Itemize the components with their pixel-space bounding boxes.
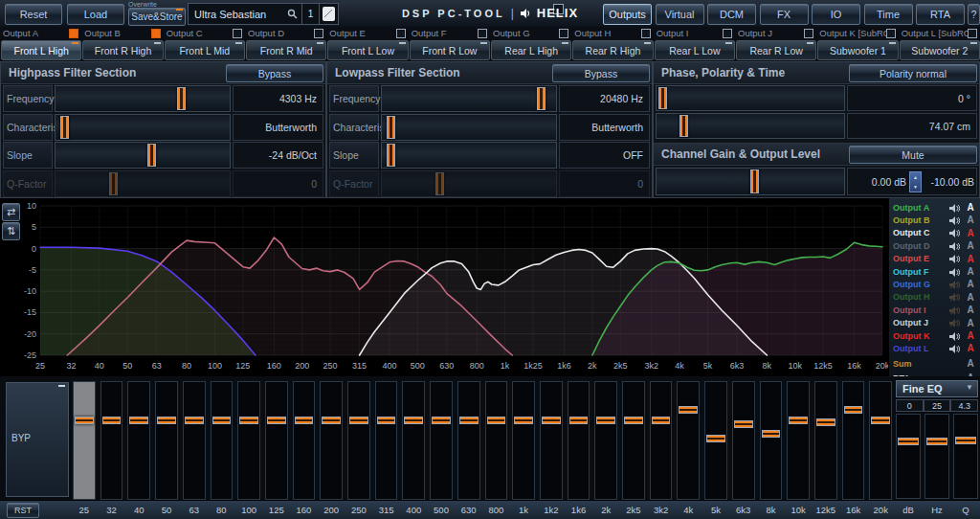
fine-eq-handle[interactable]	[926, 438, 947, 445]
mute-button[interactable]: Mute	[849, 146, 977, 164]
eq-band-200[interactable]	[320, 381, 343, 500]
memory-letter-badge[interactable]: A	[965, 228, 976, 238]
eq-band-6k3[interactable]	[732, 381, 755, 500]
channel-tab-rear-l-low[interactable]: Rear L Low	[655, 40, 735, 60]
eq-band-630[interactable]	[457, 381, 480, 500]
channel-link-checkbox[interactable]	[396, 29, 406, 38]
slider-handle[interactable]	[387, 116, 395, 139]
eq-band-8k[interactable]	[760, 381, 783, 500]
channel-link-checkbox[interactable]	[723, 29, 732, 38]
spinner-up-icon[interactable]: ▲	[913, 174, 918, 180]
eq-band-12k5[interactable]	[814, 381, 837, 500]
nav-button-virtual[interactable]: Virtual	[656, 4, 704, 25]
eq-band-handle[interactable]	[377, 417, 396, 424]
legend-row-output-e[interactable]: Output E A	[891, 253, 978, 265]
fine-eq-slider-db[interactable]	[896, 414, 921, 499]
eq-band-4k[interactable]	[677, 381, 700, 500]
nav-button-fx[interactable]: FX	[760, 4, 809, 25]
channel-tab-rear-l-high[interactable]: Rear L High	[491, 40, 571, 60]
eq-band-handle[interactable]	[129, 417, 148, 424]
legend-row-output-k[interactable]: Output K A	[891, 329, 978, 342]
eq-band-handle[interactable]	[816, 418, 835, 426]
eq-band-800[interactable]	[485, 381, 508, 500]
eq-band-handle[interactable]	[349, 417, 368, 424]
eq-reset-button[interactable]: RST	[7, 503, 39, 518]
memory-letter-badge[interactable]: A	[965, 254, 976, 264]
eq-band-handle[interactable]	[596, 417, 615, 424]
slider-handle[interactable]	[537, 87, 546, 110]
eq-band-handle[interactable]	[569, 417, 589, 424]
memory-letter-badge[interactable]: A	[965, 279, 976, 289]
eq-band-315[interactable]	[375, 381, 398, 500]
slider-handle[interactable]	[435, 172, 444, 195]
eq-band-100[interactable]	[237, 381, 260, 500]
channel-link-checkbox[interactable]	[804, 29, 813, 38]
eq-band-1k2[interactable]	[540, 381, 563, 500]
channel-link-checkbox[interactable]	[968, 29, 977, 38]
eq-band-handle[interactable]	[514, 417, 533, 424]
eq-band-50[interactable]	[155, 381, 178, 500]
eq-band-500[interactable]	[430, 381, 453, 500]
eq-band-2k5[interactable]	[622, 381, 645, 500]
frequency-slider[interactable]	[55, 85, 231, 112]
eq-band-63[interactable]	[183, 381, 206, 500]
legend-row-output-g[interactable]: Output G A	[891, 278, 978, 290]
eq-band-handle[interactable]	[157, 417, 176, 424]
memory-slot-field[interactable]: 1	[301, 4, 319, 24]
eq-band-handle[interactable]	[542, 417, 561, 424]
channel-link-checkbox[interactable]	[886, 29, 896, 38]
channel-link-checkbox[interactable]	[478, 29, 487, 38]
eq-band-1k6[interactable]	[568, 381, 590, 500]
highpass-bypass-button[interactable]: Bypass	[226, 64, 323, 82]
slope-slider[interactable]	[55, 142, 231, 169]
speaker-icon[interactable]	[949, 340, 965, 357]
eq-band-32[interactable]	[100, 381, 123, 500]
fine-eq-slider-q[interactable]	[953, 414, 978, 499]
characteristic-slider[interactable]	[381, 114, 557, 141]
eq-band-3k2[interactable]	[650, 381, 673, 500]
frequency-slider[interactable]	[381, 85, 557, 112]
gain-slider[interactable]	[656, 168, 845, 195]
nav-button-outputs[interactable]: Outputs	[603, 4, 652, 25]
channel-tab-subwoofer-1[interactable]: Subwoofer 1	[817, 40, 898, 60]
legend-row-output-l[interactable]: Output L A	[891, 342, 978, 354]
eq-band-handle[interactable]	[322, 417, 341, 424]
search-icon[interactable]	[282, 4, 301, 24]
response-plot[interactable]: 1050-5-10-15-20-252532405063801001251602…	[0, 198, 888, 376]
memory-letter-badge[interactable]: A	[965, 330, 976, 341]
eq-band-handle[interactable]	[185, 417, 204, 424]
phase-slider[interactable]	[656, 85, 845, 111]
channel-tab-rear-r-low[interactable]: Rear R Low	[736, 40, 816, 60]
memory-letter-badge[interactable]: A	[965, 292, 976, 303]
nav-button-time[interactable]: Time	[864, 4, 913, 25]
eq-band-10k[interactable]	[787, 381, 810, 500]
eq-band-16k[interactable]	[842, 381, 865, 500]
edit-document-icon[interactable]	[319, 4, 338, 24]
legend-row-output-f[interactable]: Output F A	[891, 265, 978, 278]
channel-tab-front-r-high[interactable]: Front R High	[82, 40, 163, 60]
memory-letter-badge[interactable]: A	[965, 240, 976, 251]
nav-button-dcm[interactable]: DCM	[707, 4, 756, 25]
eq-band-20k[interactable]	[869, 381, 892, 500]
q-factor-slider[interactable]	[381, 170, 557, 197]
legend-row-sum[interactable]: SumA	[891, 357, 978, 370]
legend-row-output-b[interactable]: Output B A	[891, 214, 978, 226]
polarity-button[interactable]: Polarity normal	[849, 64, 977, 82]
slider-handle[interactable]	[177, 87, 186, 110]
eq-band-handle[interactable]	[404, 417, 423, 424]
slider-handle[interactable]	[387, 144, 395, 167]
channel-link-checkbox[interactable]	[151, 29, 161, 38]
legend-row-output-j[interactable]: Output J A	[891, 317, 978, 329]
reset-button[interactable]: Reset	[5, 4, 62, 25]
legend-row-output-h[interactable]: Output H A	[891, 291, 978, 304]
eq-band-handle[interactable]	[75, 417, 94, 424]
eq-band-80[interactable]	[211, 381, 234, 500]
eq-band-handle[interactable]	[295, 417, 314, 424]
eq-band-handle[interactable]	[871, 417, 890, 424]
channel-tab-subwoofer-2[interactable]: Subwoofer 2	[900, 40, 980, 60]
eq-band-handle[interactable]	[267, 417, 286, 424]
help-button[interactable]: ?	[968, 4, 980, 25]
eq-band-handle[interactable]	[102, 417, 122, 424]
spinner-down-icon[interactable]: ▼	[913, 184, 918, 190]
eq-band-40[interactable]	[127, 381, 150, 500]
